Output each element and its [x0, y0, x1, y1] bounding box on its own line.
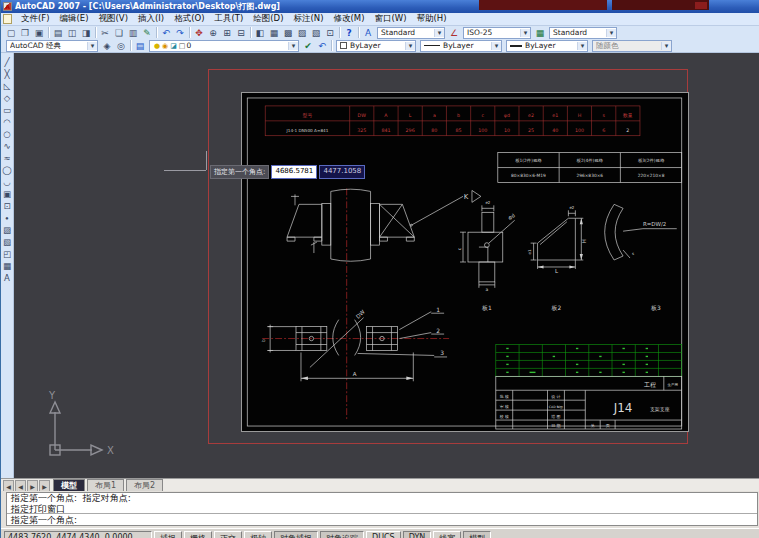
make-block-button[interactable]: ⊡ — [1, 200, 13, 212]
dynamic-input-x-field[interactable]: 4686.5781 — [271, 165, 317, 179]
match-properties-button[interactable]: ✎ — [140, 27, 154, 39]
tab-layout1[interactable]: 布局1 — [87, 479, 124, 491]
osnap-toggle[interactable]: 对象捕捉 — [274, 531, 318, 538]
linetype-control-select[interactable]: ByLayer▾ — [420, 40, 502, 52]
menu-format[interactable]: 格式(O) — [169, 13, 209, 25]
grid-toggle[interactable]: 栅格 — [184, 531, 212, 538]
workspace-save-button[interactable]: ◎ — [114, 40, 128, 52]
multiline-text-button[interactable]: A — [1, 272, 13, 284]
command-history[interactable]: 指定第一个角点: 指定对角点:指定打印窗口 — [7, 493, 757, 514]
layer-previous-button[interactable]: ↶ — [315, 40, 329, 52]
gradient-button[interactable]: ▧ — [1, 236, 13, 248]
table-style-select[interactable]: Standard▾ — [549, 27, 617, 39]
spline-button[interactable]: ≈ — [1, 152, 13, 164]
revision-cloud-button[interactable]: ∿ — [1, 140, 13, 152]
model-space-canvas[interactable]: 型号 DW A L a b c φd e2 e1 H s 数量 J14-1 DN… — [14, 53, 759, 478]
color-control-select[interactable]: ByLayer▾ — [336, 40, 416, 52]
dropdown-arrow-icon[interactable]: ▾ — [520, 29, 530, 37]
point-button[interactable]: ∙ — [1, 212, 13, 224]
layer-on-icon[interactable]: ● — [154, 42, 160, 50]
dropdown-arrow-icon[interactable]: ▾ — [87, 42, 97, 50]
tab-nav-prev-button[interactable]: ◀ — [15, 480, 26, 491]
zoom-previous-button[interactable]: ⊟ — [234, 27, 248, 39]
tool-palettes-button[interactable]: ▩ — [281, 27, 295, 39]
menu-insert[interactable]: 插入(I) — [133, 13, 169, 25]
layer-properties-button[interactable]: ▤ — [133, 40, 147, 52]
line-button[interactable]: ╱ — [1, 56, 13, 68]
save-button[interactable]: ▣ — [32, 27, 46, 39]
arc-button[interactable]: ◠ — [1, 116, 13, 128]
menu-view[interactable]: 视图(V) — [94, 13, 133, 25]
publish-button[interactable]: ◨ — [79, 27, 93, 39]
workspace-settings-button[interactable]: ◈ — [100, 40, 114, 52]
designcenter-button[interactable]: ▦ — [267, 27, 281, 39]
plot-preview-button[interactable]: ◫ — [65, 27, 79, 39]
tab-nav-next-button[interactable]: ▶ — [27, 480, 38, 491]
region-button[interactable]: ◰ — [1, 248, 13, 260]
dynamic-input-y-field[interactable]: 4477.1058 — [319, 165, 365, 179]
ducs-toggle[interactable]: DUCS — [366, 531, 401, 538]
dropdown-arrow-icon[interactable]: ▾ — [434, 29, 444, 37]
pan-button[interactable]: ✥ — [192, 27, 206, 39]
polar-toggle[interactable]: 极轴 — [244, 531, 272, 538]
help-button[interactable]: ? — [342, 27, 356, 39]
tab-nav-first-button[interactable]: ◀ — [3, 480, 14, 491]
lineweight-toggle[interactable]: 线宽 — [433, 531, 461, 538]
menu-file[interactable]: 文件(F) — [16, 13, 55, 25]
lineweight-control-select[interactable]: ByLayer▾ — [506, 40, 588, 52]
layer-lock-icon[interactable]: ◪ — [170, 42, 177, 50]
paste-button[interactable]: ▥ — [126, 27, 140, 39]
polygon-button[interactable]: ◇ — [1, 92, 13, 104]
otrack-toggle[interactable]: 对象追踪 — [320, 531, 364, 538]
construction-line-button[interactable]: ╳ — [1, 68, 13, 80]
menu-window[interactable]: 窗口(W) — [369, 13, 411, 25]
text-style-select[interactable]: Standard▾ — [377, 27, 445, 39]
insert-block-button[interactable]: ▣ — [1, 188, 13, 200]
drawing-file-icon[interactable] — [3, 14, 12, 24]
copy-button[interactable]: ❏ — [112, 27, 126, 39]
tab-layout2[interactable]: 布局2 — [126, 479, 163, 491]
zoom-realtime-button[interactable]: ⊕ — [206, 27, 220, 39]
menu-help[interactable]: 帮助(H) — [412, 13, 452, 25]
dropdown-arrow-icon[interactable]: ▾ — [577, 42, 587, 50]
cut-button[interactable]: ✂ — [98, 27, 112, 39]
dyn-toggle[interactable]: DYN — [403, 531, 432, 538]
ellipse-arc-button[interactable]: ◡ — [1, 176, 13, 188]
markup-set-manager-button[interactable]: ▧ — [309, 27, 323, 39]
menu-edit[interactable]: 编辑(E) — [55, 13, 94, 25]
menu-tools[interactable]: 工具(T) — [209, 13, 248, 25]
layer-freeze-icon[interactable]: ◉ — [162, 42, 168, 50]
title-bar[interactable]: A AutoCAD 2007 - [C:\Users\Administrator… — [1, 0, 759, 13]
open-button[interactable]: ❐ — [18, 27, 32, 39]
snap-toggle[interactable]: 捕捉 — [154, 531, 182, 538]
menu-dimension[interactable]: 标注(N) — [288, 13, 328, 25]
command-prompt-input[interactable]: 指定第一个角点: — [7, 514, 757, 526]
circle-button[interactable]: ○ — [1, 128, 13, 140]
quickcalc-button[interactable]: ⊡ — [323, 27, 337, 39]
table-button[interactable]: ▦ — [1, 260, 13, 272]
menu-draw[interactable]: 绘图(D) — [248, 13, 288, 25]
dropdown-arrow-icon[interactable]: ▾ — [491, 42, 501, 50]
ortho-toggle[interactable]: 正交 — [214, 531, 242, 538]
dim-style-select[interactable]: ISO-25▾ — [463, 27, 531, 39]
zoom-window-button[interactable]: ⊞ — [220, 27, 234, 39]
properties-button[interactable]: ◧ — [253, 27, 267, 39]
ellipse-button[interactable]: ◯ — [1, 164, 13, 176]
plot-button[interactable]: ▤ — [51, 27, 65, 39]
redo-button[interactable]: ↷ — [173, 27, 187, 39]
dropdown-arrow-icon[interactable]: ▾ — [288, 42, 298, 50]
menu-modify[interactable]: 修改(M) — [328, 13, 369, 25]
coordinate-readout[interactable]: 4483.7620, 4474.4340, 0.0000 — [4, 531, 152, 538]
dropdown-arrow-icon[interactable]: ▾ — [405, 42, 415, 50]
tab-model[interactable]: 模型 — [53, 479, 85, 491]
workspace-select[interactable]: AutoCAD 经典▾ — [6, 40, 98, 52]
tab-nav-last-button[interactable]: ▶ — [39, 480, 50, 491]
hatch-button[interactable]: ▨ — [1, 224, 13, 236]
sheet-set-manager-button[interactable]: ▨ — [295, 27, 309, 39]
polyline-button[interactable]: ◺ — [1, 80, 13, 92]
undo-button[interactable]: ↶ — [159, 27, 173, 39]
make-object-layer-current-button[interactable]: ✔ — [301, 40, 315, 52]
model-toggle[interactable]: 模型 — [463, 531, 491, 538]
rectangle-button[interactable]: ▭ — [1, 104, 13, 116]
new-button[interactable]: ▢ — [4, 27, 18, 39]
